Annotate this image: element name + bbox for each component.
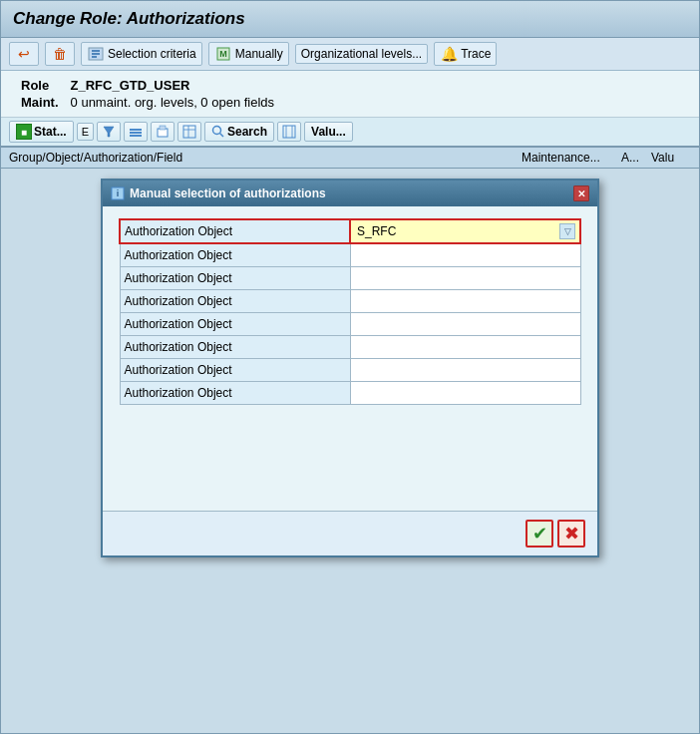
- modal-body: Authorization Object▽Authorization Objec…: [103, 206, 597, 511]
- col-valu: Valu: [651, 151, 691, 165]
- auth-object-label: Authorization Object: [120, 290, 350, 313]
- undo-button[interactable]: ↩: [9, 42, 39, 66]
- undo-icon: ↩: [15, 45, 33, 63]
- input-lookup-button[interactable]: ▽: [559, 223, 575, 239]
- auth-object-label: Authorization Object: [120, 267, 350, 290]
- auth-object-input[interactable]: [355, 293, 576, 309]
- ok-button[interactable]: ✔: [525, 520, 553, 548]
- role-info-section: Role Z_RFC_GTD_USER Maint. 0 unmaint. or…: [1, 71, 699, 118]
- auth-row: Authorization Object: [120, 382, 580, 405]
- modal-footer: ✔ ✖: [103, 511, 597, 555]
- org-levels-label: Organizational levels...: [301, 47, 422, 61]
- auth-row: Authorization Object: [120, 313, 580, 336]
- auth-object-input[interactable]: [355, 223, 559, 239]
- selection-criteria-button[interactable]: Selection criteria: [81, 42, 202, 66]
- auth-object-input[interactable]: [355, 316, 576, 332]
- stat-button[interactable]: ■ Stat...: [9, 121, 74, 143]
- icon-btn-4[interactable]: [177, 122, 201, 142]
- auth-object-input-cell: [350, 359, 580, 382]
- modal-close-button[interactable]: ✕: [573, 185, 589, 201]
- auth-row: Authorization Object▽: [120, 219, 580, 243]
- auth-object-input-cell: [350, 336, 580, 359]
- svg-rect-11: [160, 126, 166, 130]
- cancel-button[interactable]: ✖: [557, 520, 585, 548]
- svg-text:i: i: [117, 188, 120, 198]
- trace-label: Trace: [461, 47, 491, 61]
- columns-icon: [282, 125, 296, 139]
- svg-rect-7: [130, 129, 142, 131]
- stat-icon: ■: [16, 124, 32, 140]
- icon-btn-3[interactable]: [151, 122, 175, 142]
- auth-object-label: Authorization Object: [120, 359, 350, 382]
- expand2-icon: [129, 125, 143, 139]
- delete-button[interactable]: 🗑: [45, 42, 75, 66]
- role-value: Z_RFC_GTD_USER: [65, 77, 281, 94]
- auth-object-label: Authorization Object: [120, 313, 350, 336]
- auth-objects-table: Authorization Object▽Authorization Objec…: [119, 218, 581, 405]
- title-bar: Change Role: Authorizations: [1, 1, 699, 38]
- auth-object-input-cell: [350, 290, 580, 313]
- maint-value: 0 unmaint. org. levels, 0 open fields: [65, 94, 281, 111]
- svg-text:M: M: [219, 49, 227, 59]
- main-window: Change Role: Authorizations ↩ 🗑 Selectio…: [0, 0, 700, 734]
- auth-row: Authorization Object: [120, 359, 580, 382]
- auth-object-input-cell: [350, 243, 580, 267]
- valu-label: Valu...: [311, 125, 346, 139]
- search-label: Search: [227, 125, 267, 139]
- action-toolbar: ■ Stat... E Search Valu...: [1, 118, 699, 148]
- expand-button[interactable]: E: [77, 123, 94, 141]
- auth-object-input[interactable]: [355, 339, 576, 355]
- valu-button[interactable]: Valu...: [304, 122, 353, 142]
- svg-rect-9: [130, 135, 142, 137]
- auth-object-label: Authorization Object: [120, 382, 350, 405]
- auth-row: Authorization Object: [120, 290, 580, 313]
- svg-rect-12: [183, 126, 195, 138]
- auth-object-input-cell: ▽: [350, 219, 580, 243]
- print-icon: [156, 125, 170, 139]
- auth-object-input[interactable]: [355, 270, 576, 286]
- selection-criteria-icon: [87, 45, 105, 63]
- selection-criteria-label: Selection criteria: [108, 47, 196, 61]
- table-header: Group/Object/Authorization/Field Mainten…: [1, 148, 699, 169]
- svg-rect-8: [130, 132, 142, 134]
- col-a: A...: [621, 151, 651, 165]
- search-button[interactable]: Search: [204, 122, 274, 142]
- dialog-icon: i: [111, 186, 125, 200]
- manually-label: Manually: [235, 47, 283, 61]
- trace-icon: 🔔: [440, 45, 458, 63]
- content-area: i Manual selection of authorizations ✕ A…: [1, 169, 699, 733]
- search-icon: [211, 125, 225, 139]
- manually-icon: M: [214, 45, 232, 63]
- svg-marker-6: [104, 127, 114, 137]
- icon-btn-2[interactable]: [124, 122, 148, 142]
- org-levels-button[interactable]: Organizational levels...: [295, 44, 428, 64]
- col-maintenance: Maintenance...: [522, 151, 621, 165]
- svg-point-15: [213, 127, 221, 135]
- table-icon: [182, 125, 196, 139]
- expand-icon: E: [82, 126, 89, 138]
- auth-object-input[interactable]: [355, 362, 576, 378]
- icon-btn-5[interactable]: [277, 122, 301, 142]
- auth-object-label: Authorization Object: [120, 336, 350, 359]
- icon-btn-1[interactable]: [97, 122, 121, 142]
- auth-row: Authorization Object: [120, 267, 580, 290]
- auth-row: Authorization Object: [120, 243, 580, 267]
- auth-object-input[interactable]: [355, 247, 576, 263]
- modal-overlay: i Manual selection of authorizations ✕ A…: [1, 169, 699, 733]
- auth-row: Authorization Object: [120, 336, 580, 359]
- auth-object-input[interactable]: [355, 385, 576, 401]
- page-title: Change Role: Authorizations: [13, 9, 687, 29]
- auth-object-input-cell: [350, 313, 580, 336]
- svg-rect-17: [283, 126, 295, 138]
- trash-icon: 🗑: [51, 45, 69, 63]
- auth-input-wrapper: ▽: [355, 223, 575, 239]
- auth-object-input-cell: [350, 382, 580, 405]
- trace-button[interactable]: 🔔 Trace: [434, 42, 497, 66]
- col-group-object: Group/Object/Authorization/Field: [9, 151, 522, 165]
- filter-icon: [102, 125, 116, 139]
- modal-title-text: Manual selection of authorizations: [130, 186, 326, 200]
- maint-label: Maint.: [15, 94, 65, 111]
- main-toolbar: ↩ 🗑 Selection criteria M Manually Organi…: [1, 38, 699, 71]
- manually-button[interactable]: M Manually: [208, 42, 289, 66]
- modal-title-left: i Manual selection of authorizations: [111, 186, 326, 200]
